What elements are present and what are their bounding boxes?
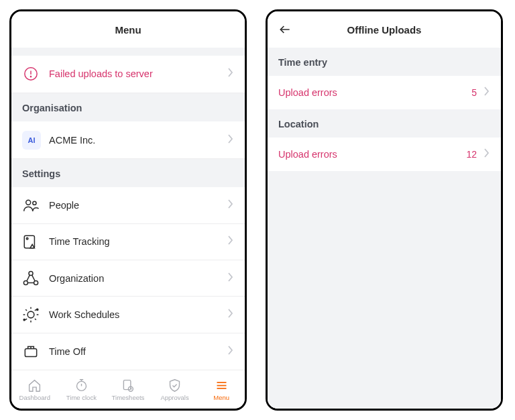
- time-tracking-icon: [22, 233, 40, 250]
- row-label: Upload errors: [278, 87, 471, 98]
- chevron-right-icon: [483, 87, 490, 99]
- row-label: Work Schedules: [49, 309, 227, 320]
- failed-uploads-row[interactable]: Failed uploads to server: [11, 56, 245, 93]
- home-icon: [27, 378, 42, 392]
- section-header-settings: Settings: [11, 159, 245, 187]
- svg-point-23: [37, 309, 38, 310]
- tab-time-clock[interactable]: Time clock: [58, 370, 105, 409]
- svg-point-8: [29, 271, 33, 275]
- settings-row-people[interactable]: People: [11, 187, 245, 223]
- arrow-left-icon: [278, 23, 292, 36]
- error-count: 12: [466, 149, 477, 160]
- svg-point-14: [27, 311, 34, 318]
- tab-bar: Dashboard Time clock Timesheets Approval…: [11, 370, 245, 409]
- section-header-time-entry: Time entry: [268, 48, 501, 76]
- offline-uploads-screen: Offline Uploads Time entry Upload errors…: [266, 9, 503, 411]
- svg-line-20: [25, 319, 27, 320]
- time-off-icon: [22, 343, 40, 360]
- section-header-organisation: Organisation: [11, 93, 245, 121]
- chevron-right-icon: [227, 309, 234, 321]
- row-label: People: [49, 200, 227, 211]
- content: Failed uploads to server Organisation AI…: [11, 48, 245, 370]
- svg-point-24: [23, 319, 25, 320]
- svg-point-9: [23, 280, 27, 284]
- org-badge: AI: [22, 131, 41, 150]
- page-title: Menu: [115, 24, 141, 36]
- stopwatch-icon: [74, 378, 89, 392]
- svg-line-12: [32, 275, 36, 281]
- tab-label: Approvals: [160, 394, 188, 401]
- settings-row-work-schedules[interactable]: Work Schedules: [11, 297, 245, 333]
- location-upload-errors-row[interactable]: Upload errors 12: [268, 138, 501, 171]
- svg-line-22: [25, 309, 27, 311]
- settings-row-time-off[interactable]: Time Off: [11, 333, 245, 370]
- back-button[interactable]: [277, 21, 293, 38]
- chevron-right-icon: [227, 272, 234, 284]
- shield-check-icon: [168, 378, 182, 392]
- tab-approvals[interactable]: Approvals: [152, 370, 198, 409]
- page-title: Offline Uploads: [347, 24, 422, 36]
- settings-row-organization[interactable]: Organization: [11, 260, 245, 297]
- tab-label: Time clock: [66, 394, 97, 401]
- svg-point-3: [26, 200, 31, 205]
- row-label: Organization: [49, 273, 227, 284]
- organization-icon: [22, 270, 40, 287]
- header: Offline Uploads: [268, 11, 501, 48]
- section-header-location: Location: [268, 109, 501, 138]
- svg-point-6: [26, 238, 28, 240]
- error-count: 5: [471, 87, 477, 98]
- alert-circle-icon: [22, 65, 40, 83]
- organisation-row[interactable]: AI ACME Inc.: [11, 121, 245, 159]
- svg-rect-25: [25, 348, 36, 356]
- content: Time entry Upload errors 5 Location Uplo…: [268, 48, 501, 409]
- chevron-right-icon: [227, 235, 234, 248]
- svg-line-21: [35, 319, 36, 320]
- tab-label: Dashboard: [19, 394, 50, 401]
- row-label: Upload errors: [278, 149, 466, 160]
- row-label: ACME Inc.: [49, 135, 227, 146]
- header: Menu: [11, 11, 245, 48]
- row-label: Time Off: [49, 346, 227, 357]
- tab-menu[interactable]: Menu: [198, 370, 245, 409]
- svg-point-2: [30, 76, 31, 77]
- svg-line-19: [35, 309, 36, 311]
- chevron-right-icon: [227, 68, 234, 80]
- chevron-right-icon: [227, 199, 234, 211]
- menu-screen: Menu Failed uploads to server Organisati…: [9, 9, 247, 411]
- svg-point-4: [33, 201, 36, 205]
- tab-timesheets[interactable]: Timesheets: [105, 370, 152, 409]
- chevron-right-icon: [483, 148, 490, 160]
- time-entry-upload-errors-row[interactable]: Upload errors 5: [268, 76, 501, 109]
- work-schedules-icon: [22, 306, 40, 323]
- tab-dashboard[interactable]: Dashboard: [11, 370, 58, 409]
- chevron-right-icon: [227, 346, 234, 358]
- svg-line-11: [27, 275, 30, 281]
- menu-icon: [214, 378, 229, 392]
- chevron-right-icon: [227, 134, 234, 146]
- svg-rect-31: [124, 380, 131, 389]
- row-label: Failed uploads to server: [49, 68, 227, 79]
- svg-point-10: [34, 280, 38, 284]
- people-icon: [22, 197, 40, 214]
- tab-label: Menu: [213, 394, 229, 401]
- settings-row-time-tracking[interactable]: Time Tracking: [11, 224, 245, 260]
- tab-label: Timesheets: [112, 394, 145, 401]
- row-label: Time Tracking: [49, 236, 227, 247]
- timesheets-icon: [121, 378, 135, 392]
